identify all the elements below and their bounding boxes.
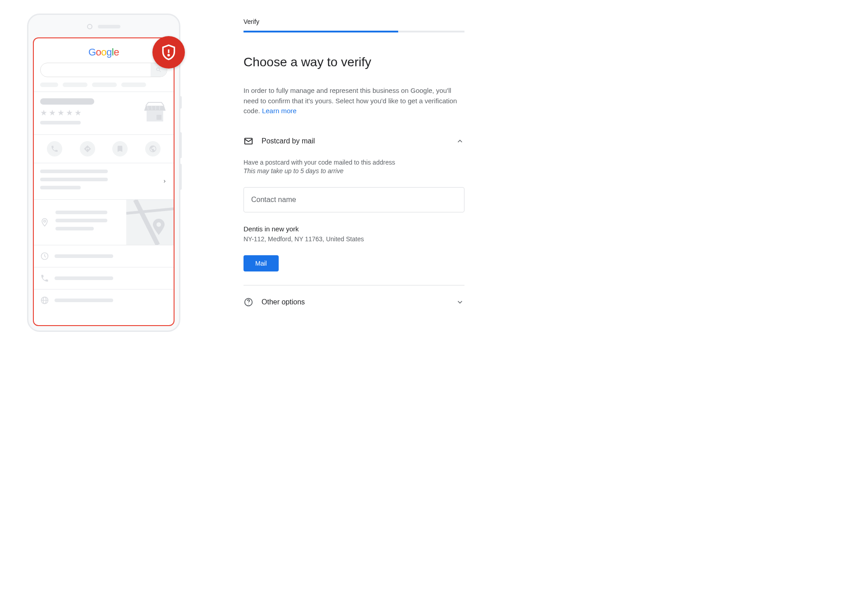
mail-icon (244, 136, 253, 146)
svg-rect-3 (156, 115, 161, 120)
other-options-header[interactable]: Other options (244, 295, 464, 309)
other-options-title: Other options (262, 298, 447, 306)
search-icon (156, 67, 162, 73)
svg-line-5 (152, 106, 152, 110)
page-heading: Choose a way to verify (244, 55, 464, 69)
postcard-subtitle: Have a postcard with your code mailed to… (244, 158, 464, 167)
contact-name-input[interactable] (244, 187, 464, 212)
chevron-down-icon (455, 298, 464, 307)
svg-line-7 (160, 106, 160, 110)
directions-action-icon (80, 141, 95, 156)
business-address: NY-112, Medford, NY 11763, United States (244, 235, 464, 243)
search-bar-placeholder (40, 63, 167, 77)
globe-icon (40, 296, 49, 305)
chevron-right-icon (162, 179, 167, 184)
phone-action-icon (47, 141, 62, 156)
svg-point-8 (44, 220, 46, 222)
mail-button[interactable]: Mail (244, 255, 279, 271)
phone-icon (40, 274, 49, 283)
save-action-icon (112, 141, 128, 156)
learn-more-link[interactable]: Learn more (262, 107, 297, 115)
alert-shield-icon (152, 36, 185, 69)
chevron-up-icon (455, 137, 464, 146)
postcard-title: Postcard by mail (262, 137, 447, 145)
business-name: Dentis in new york (244, 225, 464, 233)
location-pin-icon (40, 218, 49, 227)
store-icon (142, 98, 167, 123)
step-label: Verify (244, 18, 464, 25)
map-thumbnail (126, 200, 174, 245)
website-action-icon (145, 141, 161, 156)
page-description: In order to fully manage and represent t… (244, 86, 464, 116)
svg-point-12 (156, 222, 161, 227)
phone-illustration: Google (27, 14, 180, 332)
help-icon (244, 297, 253, 307)
clock-icon (40, 252, 49, 261)
svg-point-1 (168, 55, 170, 56)
progress-bar (244, 31, 464, 32)
postcard-note: This may take up to 5 days to arrive (244, 167, 464, 175)
svg-point-19 (248, 303, 248, 304)
svg-rect-9 (126, 200, 174, 245)
postcard-option-header[interactable]: Postcard by mail (244, 134, 464, 148)
